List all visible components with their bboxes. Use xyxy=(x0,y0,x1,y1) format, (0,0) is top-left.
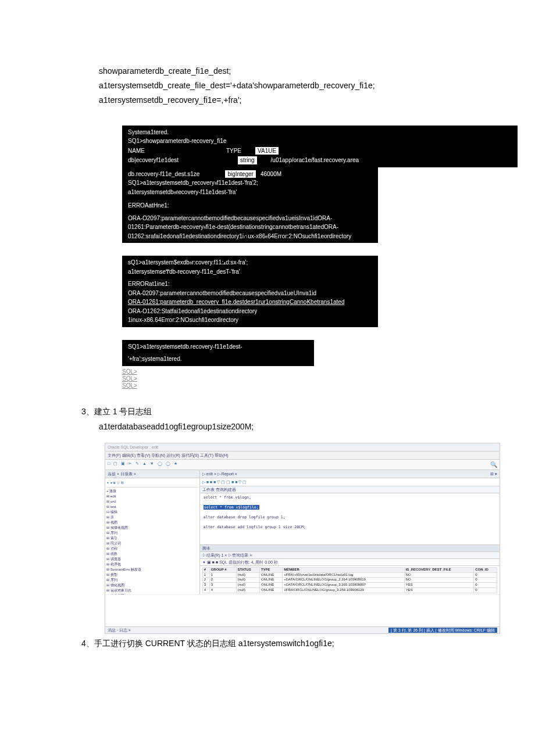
grid-cell: (null) xyxy=(236,572,259,578)
col-name: NAME xyxy=(128,147,145,155)
top-commands-block: showparameterdb_create_fi1e_dest; a1ters… xyxy=(99,64,494,108)
term-error-line: ORA-O2097:parametercannotbemodifiedbecau… xyxy=(122,214,378,223)
cell-type: string xyxy=(238,156,256,164)
worksheet-tabs[interactable]: 工作表 查询构建器 xyxy=(200,486,500,493)
grid-cell: 0 xyxy=(474,572,497,578)
tree-item[interactable]: ⊞ 序列 xyxy=(106,578,198,583)
tree-item[interactable]: ⊞ 同义词 xyxy=(106,541,198,546)
grid-cell: 0 xyxy=(474,588,497,593)
grid-col-header[interactable]: GROUP # xyxy=(209,567,236,572)
grid-col-header[interactable]: STATUS xyxy=(236,567,259,572)
tree-item[interactable]: ⊞ 表 xyxy=(106,515,198,520)
term-error-line: 1inux-x86.64Error:2:NOsuchfi1eordirector… xyxy=(122,316,378,325)
term-line: sQ1>a1tersystem$exdb₈r:covery.f11:₄d:sx-… xyxy=(122,258,378,267)
grid-col-header[interactable]: # xyxy=(202,567,209,572)
tree-item[interactable]: ⊞ test xyxy=(106,504,198,510)
table-row[interactable]: 33(null)ONLINE+DATA/ORCL/ONLINELOG/group… xyxy=(202,583,497,588)
editor-line[interactable]: select * from v$logn; xyxy=(204,495,496,500)
cell-name: db|ecoveryf1e1dest xyxy=(128,156,179,164)
term-spacer xyxy=(122,196,378,201)
table-row[interactable]: 22(null)ONLINE+DATA/ORCL/ONLINELOG/group… xyxy=(202,578,497,583)
sql-editor[interactable]: select * from v$logn; select * from v$lo… xyxy=(200,493,500,544)
grid-cell: NO xyxy=(404,578,474,583)
white-gap xyxy=(122,329,518,340)
connection-tree[interactable]: ✦ ▾ ❀ ▽ ⧉ + 连接 ⊞ edit ⊞ orcl ⊞ test ⊟ 编辑… xyxy=(105,478,200,594)
tree-item[interactable]: ⊞ edit xyxy=(106,494,198,499)
sql-prompt: SQL> xyxy=(122,375,494,382)
term-error-line: 01261:Parameterdb-recovery₈fi1e-dest(des… xyxy=(122,223,378,232)
grid-cell: 2 xyxy=(202,578,209,583)
editor-tabs[interactable]: ▷ edit × ▷ Report × xyxy=(202,471,237,476)
grid-cell: 4 xyxy=(209,588,236,593)
term-error-line: ORA-O1262:Statfai1edonafi1edestinationdi… xyxy=(122,307,378,316)
editor-line[interactable] xyxy=(204,519,496,524)
ide-window: Oracle SQL Developer : edit 文件(F) 编辑(E) … xyxy=(105,443,500,634)
tree-item[interactable]: ⊞ 类型 xyxy=(106,572,198,578)
footer-left[interactable]: 消息 · 日志 × xyxy=(108,628,131,633)
grid-cell: +DATA/ORCL/ONLINELOG/group_2.264.1039080… xyxy=(283,578,404,583)
results-toolbar[interactable]: ✦ ▣ ■ ■ SQL 提取的行数: 4, 用时 0.00 秒 xyxy=(200,559,500,566)
top-line-2: a1tersystemsetdb_create_fiIe_dest='+data… xyxy=(99,78,494,93)
section-3-text: a1terdatabaseadd1ogfi1egroup1size200M; xyxy=(99,422,494,431)
sql-prompt: SQL> xyxy=(122,382,494,389)
tree-item[interactable]: ⊟ 编辑 xyxy=(106,510,198,515)
ide-toolbar[interactable]: □ ▢ ▣ ✂ ✎ ▲ ▼ ◯ ◯ ★ 🔍 xyxy=(105,460,500,470)
tree-item[interactable]: ⊞ 序列 xyxy=(106,531,198,536)
tab-label[interactable]: 工作表 查询构建器 xyxy=(202,487,236,492)
editor-toolbar[interactable]: ▷ ■ ■ ■ ▽ ▢ ▢ ■ ■ ▽ ▢ xyxy=(200,478,500,486)
grid-col-header[interactable]: IS_RECOVERY_DEST_FILE xyxy=(404,567,474,572)
connections-tab[interactable]: 连接 × 日报表 × xyxy=(105,470,200,478)
editor-line[interactable] xyxy=(204,500,496,504)
grid-cell: (null) xyxy=(236,578,259,583)
toolbar-icons[interactable]: □ ▢ ▣ ✂ ✎ ▲ ▼ ◯ ◯ ★ xyxy=(108,461,179,468)
term-error-line: ORA-01261:parameterdb_recovery_fi1e.dest… xyxy=(122,298,378,307)
search-icon[interactable]: 🔍 xyxy=(490,461,497,468)
results-grid[interactable]: #GROUP #STATUSTYPEMEMBERIS_RECOVERY_DEST… xyxy=(200,566,500,594)
grid-cell: 3 xyxy=(202,583,209,588)
grid-cell: +FRA/+00/onac1e/oradata/ORC1/redo01.log xyxy=(283,572,404,578)
editor-line[interactable] xyxy=(204,510,496,514)
grid-cell: 4 xyxy=(202,588,209,593)
tree-item[interactable]: ⊞ 函数 xyxy=(106,551,198,557)
term-error-line: 01262:srafai1edonafi1edestinationdirecto… xyxy=(122,232,378,241)
grid-cell: ONLINE xyxy=(259,588,282,593)
tree-item[interactable]: ⊞ orcl xyxy=(106,499,198,504)
top-line-3: a1tersystemsetdb_recovery_fi1e=,+fra'; xyxy=(99,93,494,108)
tree-item[interactable]: ⊞ 物化视图 xyxy=(106,593,198,594)
white-gap xyxy=(122,245,518,256)
cell-value: /u01app/orac1e/fast.recovery.area xyxy=(271,156,359,164)
term-error-line: ERROAatHne1: xyxy=(122,201,378,210)
editor-line[interactable]: select * from v$logfile; xyxy=(204,505,496,510)
grid-col-header[interactable]: TYPE xyxy=(259,567,282,572)
cell-type: bigInteger xyxy=(225,170,255,178)
tree-item[interactable]: ⊞ 物化视图 xyxy=(106,583,198,588)
grid-col-header[interactable]: CON_ID xyxy=(474,567,497,572)
term-table-header: NAME TYPE VA1UE xyxy=(122,146,518,156)
editor-line[interactable]: alter database drop logfile group 1; xyxy=(204,515,496,519)
grid-col-header[interactable]: MEMBER xyxy=(283,567,404,572)
tree-item[interactable]: + 连接 xyxy=(106,489,198,494)
results-tabs[interactable]: ▷结果(R) 1 × ▷查询结果 × xyxy=(200,552,500,559)
cell-name: db.recovery-f11e_dest.s1ze xyxy=(128,170,199,178)
top-line-1: showparameterdb_create_fi1e_dest; xyxy=(99,64,494,78)
grid-cell: 1 xyxy=(209,572,236,578)
ide-footer: 消息 · 日志 × | 第 3 行, 第 26 列 | 插入 | 修改时间 Wi… xyxy=(105,626,500,633)
term-line: SQ1>a1tersystemsetdb.recovery-f11e1dest- xyxy=(122,342,314,352)
tree-item[interactable]: ⊞ 程序包 xyxy=(106,562,198,567)
table-row[interactable]: 11(null)ONLINE+FRA/+00/onac1e/oradata/OR… xyxy=(202,572,497,578)
editor-line[interactable]: alter database add logfile group 1 size … xyxy=(204,525,496,529)
tree-item[interactable]: ⊞ 索引 xyxy=(106,536,198,541)
terminal-block-3: SQ1>a1tersystemsetdb.recovery-f11e1dest-… xyxy=(122,340,314,366)
tree-item[interactable]: ⊞ 调度器 xyxy=(106,557,198,562)
ide-subbar: 连接 × 日报表 × ▷ edit × ▷ Report × ⊞ ▾ xyxy=(105,470,500,478)
tree-item[interactable]: ⊞ 过程 xyxy=(106,546,198,551)
tree-item[interactable]: ⊞ 视图 xyxy=(106,520,198,525)
table-row[interactable]: 44(null)ONLINE+FRA/ORCL/ONLINELOG/group_… xyxy=(202,588,497,593)
tree-item[interactable]: ⊞ SvcnamErrs 触发器 xyxy=(106,567,198,572)
tree-item[interactable]: ⊞ 目录对象日志 xyxy=(106,588,198,593)
ide-menu-bar[interactable]: 文件(F) 编辑(E) 查看(V) 导航(N) 运行(R) 源代码(S) 工具(… xyxy=(105,452,500,460)
tab-control-icons[interactable]: ⊞ ▾ xyxy=(490,471,497,476)
tree-item[interactable]: ⊞ 实体化视图 xyxy=(106,525,198,531)
tree-toolbar[interactable]: ✦ ▾ ❀ ▽ ⧉ xyxy=(106,479,198,488)
ide-titlebar: Oracle SQL Developer : edit xyxy=(105,443,500,452)
